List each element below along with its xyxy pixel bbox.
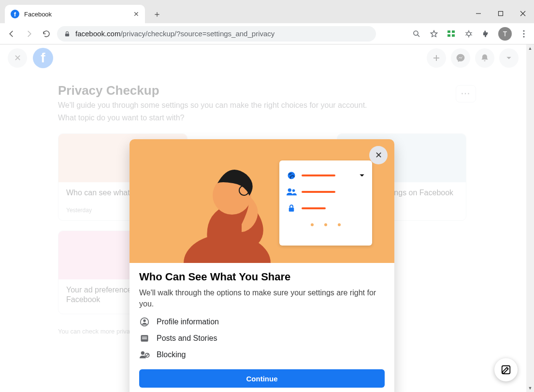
modal-item-label: Profile information	[157, 318, 219, 326]
tab-close-icon[interactable]: ✕	[133, 10, 139, 18]
vertical-scrollbar[interactable]: ▲ ▼	[526, 44, 534, 392]
facebook-favicon: f	[11, 10, 19, 18]
share-modal: ✕	[130, 139, 394, 392]
svg-point-28	[292, 189, 295, 192]
window-maximize-button[interactable]	[490, 4, 512, 23]
svg-rect-7	[447, 30, 450, 33]
extension-bug-icon[interactable]	[463, 29, 474, 39]
extensions-puzzle-icon[interactable]	[481, 29, 491, 39]
globe-icon	[286, 171, 297, 180]
svg-line-6	[418, 35, 419, 37]
modal-item-label: Blocking	[157, 350, 186, 359]
nav-forward-button[interactable]	[22, 27, 36, 41]
svg-line-17	[471, 34, 472, 35]
toolbar-icons: T	[411, 27, 529, 41]
browser-tab[interactable]: f Facebook ✕	[5, 5, 145, 23]
svg-point-27	[288, 189, 291, 192]
svg-rect-9	[447, 34, 450, 37]
scroll-down-arrow[interactable]: ▼	[526, 384, 534, 392]
svg-rect-4	[65, 33, 69, 36]
lock-icon	[286, 203, 297, 213]
svg-rect-33	[142, 337, 147, 338]
svg-rect-8	[452, 30, 455, 33]
caret-down-icon	[359, 172, 365, 179]
new-tab-button[interactable]: ＋	[150, 7, 164, 21]
scroll-up-arrow[interactable]: ▲	[526, 44, 534, 52]
nav-reload-button[interactable]	[40, 27, 53, 41]
svg-point-26	[288, 172, 295, 179]
svg-rect-38	[502, 366, 510, 374]
profile-icon	[139, 317, 150, 327]
bookmark-star-icon[interactable]	[429, 29, 439, 39]
modal-item-posts: Posts and Stories	[139, 334, 385, 343]
svg-line-16	[465, 34, 467, 35]
profile-avatar[interactable]: T	[498, 27, 512, 41]
posts-icon	[139, 334, 150, 343]
friends-icon	[286, 187, 297, 197]
compose-fab[interactable]	[494, 358, 518, 381]
hero-settings-card	[279, 160, 372, 246]
window-minimize-button[interactable]	[467, 4, 490, 23]
svg-rect-34	[142, 338, 147, 339]
modal-hero-illustration: ✕	[130, 139, 394, 263]
url-text: facebook.com/privacy/checkup/?source=set…	[75, 29, 274, 38]
window-close-button[interactable]	[512, 4, 534, 23]
svg-line-37	[146, 354, 149, 357]
browser-window: f Facebook ✕ ＋ facebook.com/privacy/chec…	[0, 0, 534, 392]
address-bar: facebook.com/privacy/checkup/?source=set…	[0, 23, 534, 44]
window-controls	[467, 4, 534, 23]
svg-rect-1	[499, 12, 503, 16]
svg-line-15	[471, 32, 472, 33]
svg-point-5	[414, 31, 418, 35]
tab-title: Facebook	[24, 11, 129, 18]
omnibox[interactable]: facebook.com/privacy/checkup/?source=set…	[57, 26, 376, 42]
modal-title: Who Can See What You Share	[139, 271, 385, 283]
blocking-icon	[139, 350, 150, 360]
zoom-icon[interactable]	[411, 29, 422, 39]
svg-line-14	[465, 32, 467, 33]
svg-point-18	[523, 30, 524, 31]
modal-item-label: Posts and Stories	[157, 334, 217, 343]
modal-item-list: Profile information Posts and Stories Bl…	[139, 317, 385, 360]
svg-point-20	[523, 36, 524, 37]
modal-item-blocking: Blocking	[139, 350, 385, 360]
modal-item-profile: Profile information	[139, 317, 385, 327]
svg-point-35	[141, 351, 144, 355]
extension-green-icon[interactable]	[446, 29, 457, 39]
lock-icon	[64, 30, 71, 37]
chrome-menu-icon[interactable]	[519, 29, 529, 39]
modal-description: We'll walk through the options to make s…	[139, 287, 385, 309]
svg-point-11	[467, 32, 471, 36]
svg-point-31	[143, 319, 145, 322]
continue-button[interactable]: Continue	[139, 369, 385, 388]
person-illustration	[174, 157, 280, 263]
nav-back-button[interactable]	[5, 27, 18, 41]
modal-close-button[interactable]: ✕	[369, 146, 388, 164]
svg-rect-10	[452, 34, 455, 37]
titlebar: f Facebook ✕ ＋	[0, 0, 534, 23]
svg-rect-29	[289, 208, 294, 212]
svg-point-19	[523, 33, 524, 34]
page-viewport: ✕ f ··· Privacy Checkup We'll guide you …	[0, 44, 534, 392]
